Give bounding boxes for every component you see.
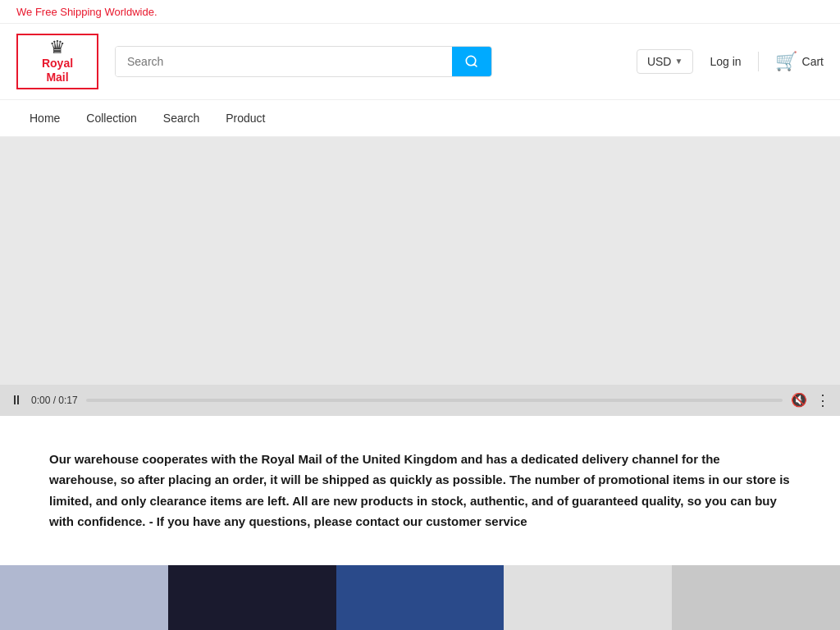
login-button[interactable]: Log in	[710, 55, 741, 68]
video-time: 0:00 / 0:17	[31, 395, 78, 406]
nav-bar: Home Collection Search Product	[0, 100, 840, 137]
cart-label: Cart	[802, 55, 824, 68]
description-text: Our warehouse cooperates with the Royal …	[49, 449, 791, 532]
search-input[interactable]	[116, 47, 452, 76]
play-pause-icon: ⏸	[10, 393, 23, 408]
cart-wrapper[interactable]: 🛒 Cart	[775, 51, 824, 72]
currency-value: USD	[647, 55, 672, 68]
logo-text: RoyalMail	[42, 57, 73, 84]
chevron-down-icon: ▼	[674, 57, 682, 66]
header: ♛ RoyalMail USD ▼ Log in 🛒 Cart	[0, 24, 840, 100]
logo-crown-icon: ♛	[49, 39, 66, 57]
cart-icon: 🛒	[775, 51, 797, 72]
product-thumb-2[interactable]	[168, 565, 336, 630]
video-section: ⏸ 0:00 / 0:17 🔇 ⋮	[0, 137, 840, 416]
video-placeholder	[0, 137, 840, 416]
product-strip	[0, 565, 840, 630]
logo-box: ♛ RoyalMail	[16, 34, 98, 89]
video-controls: ⏸ 0:00 / 0:17 🔇 ⋮	[0, 385, 840, 416]
product-thumb-5[interactable]	[672, 565, 840, 630]
description-section: Our warehouse cooperates with the Royal …	[0, 416, 840, 565]
nav-item-collection[interactable]: Collection	[73, 100, 149, 136]
nav-item-home[interactable]: Home	[16, 100, 73, 136]
header-right: USD ▼ Log in 🛒 Cart	[637, 49, 824, 74]
more-options-icon: ⋮	[815, 392, 830, 409]
play-pause-button[interactable]: ⏸	[10, 393, 23, 408]
logo[interactable]: ♛ RoyalMail	[16, 34, 98, 89]
video-progress-bar[interactable]	[86, 399, 783, 402]
product-thumb-4[interactable]	[504, 565, 672, 630]
nav-item-product[interactable]: Product	[212, 100, 278, 136]
search-icon	[465, 55, 478, 68]
product-thumb-3[interactable]	[336, 565, 504, 630]
currency-selector[interactable]: USD ▼	[637, 49, 693, 74]
nav-item-search[interactable]: Search	[150, 100, 212, 136]
announcement-bar: We Free Shipping Worldwide.	[0, 0, 840, 24]
search-bar	[115, 46, 492, 77]
mute-icon: 🔇	[791, 393, 807, 407]
header-divider	[758, 52, 759, 71]
mute-button[interactable]: 🔇	[791, 392, 807, 408]
announcement-text: We Free Shipping Worldwide.	[16, 6, 158, 18]
product-thumb-1[interactable]	[0, 565, 168, 630]
search-button[interactable]	[452, 47, 491, 76]
more-options-button[interactable]: ⋮	[815, 391, 830, 409]
